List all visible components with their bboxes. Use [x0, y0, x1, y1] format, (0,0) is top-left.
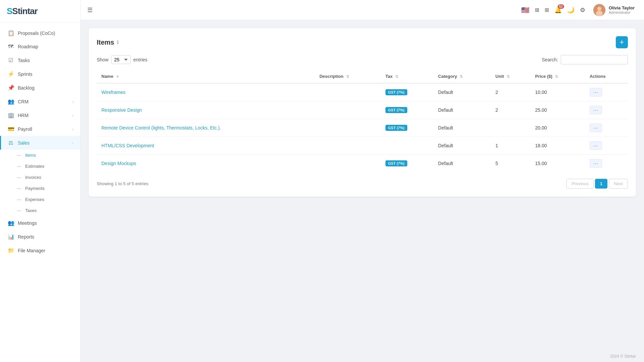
- cell-description: [315, 83, 380, 101]
- item-name-link[interactable]: Responsive Design: [101, 107, 142, 113]
- table-row: Remote Device Control (lights, Thermosta…: [97, 119, 628, 137]
- row-action-button[interactable]: ···: [590, 123, 602, 132]
- layout-icon[interactable]: ⊞: [545, 7, 549, 13]
- cell-tax: GST (7%): [381, 83, 433, 101]
- settings-icon[interactable]: ⚙: [580, 6, 585, 14]
- sidebar-item-items[interactable]: — Items: [0, 150, 80, 161]
- menu-toggle-button[interactable]: ☰: [87, 6, 93, 14]
- cell-description: [315, 119, 380, 137]
- sidebar-item-payments[interactable]: — Payments: [0, 183, 80, 194]
- col-name[interactable]: Name ▼: [97, 70, 315, 83]
- sidebar-item-proposals[interactable]: 📋 Proposals (CoCo): [0, 26, 80, 40]
- sidebar-item-hrm[interactable]: 🏢 HRM ›: [0, 108, 80, 122]
- add-item-button[interactable]: +: [616, 36, 628, 48]
- search-input[interactable]: [561, 55, 628, 64]
- user-name: Olivia Taylor: [609, 5, 635, 10]
- dash-icon: —: [17, 197, 21, 202]
- dash-icon: —: [17, 164, 21, 169]
- sidebar-item-label: Reports: [18, 234, 34, 240]
- sub-nav-label: Invoices: [25, 175, 41, 180]
- cell-category: Default: [433, 155, 491, 172]
- sales-icon: ⚖: [8, 140, 14, 146]
- sidebar-item-label: Sales: [18, 140, 30, 146]
- sidebar-item-roadmap[interactable]: 🗺 Roadmap: [0, 40, 80, 53]
- previous-button[interactable]: Previous: [566, 179, 594, 189]
- item-name-link[interactable]: Wireframes: [101, 90, 126, 95]
- sidebar-item-invoices[interactable]: — Invoices: [0, 172, 80, 183]
- payroll-icon: 💳: [8, 126, 14, 132]
- row-action-button[interactable]: ···: [590, 88, 602, 97]
- page-1-button[interactable]: 1: [595, 179, 607, 189]
- table-body: Wireframes GST (7%) Default 2 10.00 ··· …: [97, 83, 628, 172]
- cell-actions: ···: [585, 155, 628, 172]
- tax-badge: GST (7%): [385, 89, 407, 95]
- table-row: Wireframes GST (7%) Default 2 10.00 ···: [97, 83, 628, 101]
- cell-unit: 2: [491, 101, 531, 119]
- table-row: Responsive Design GST (7%) Default 2 25.…: [97, 101, 628, 119]
- sidebar-item-estimates[interactable]: — Estimates: [0, 161, 80, 172]
- cell-name: Responsive Design: [97, 101, 315, 119]
- tax-badge: GST (7%): [385, 160, 407, 166]
- dark-mode-icon[interactable]: 🌙: [567, 6, 574, 14]
- sub-nav-label: Payments: [25, 186, 45, 191]
- sort-unit-icon: ⇅: [507, 74, 510, 79]
- col-price[interactable]: Price ($) ⇅: [531, 70, 585, 83]
- apps-icon[interactable]: ⊞: [535, 7, 539, 13]
- sidebar-item-sales[interactable]: ⚖ Sales ›: [0, 136, 80, 150]
- sidebar-item-backlog[interactable]: 📌 Backlog: [0, 81, 80, 95]
- svg-point-1: [597, 7, 601, 11]
- sidebar-item-payroll[interactable]: 💳 Payroll ›: [0, 122, 80, 136]
- item-name-link[interactable]: HTML/CSS Development: [101, 143, 154, 148]
- col-category[interactable]: Category ⇅: [433, 70, 491, 83]
- page-title-area: Items ℹ: [97, 39, 119, 46]
- row-action-button[interactable]: ···: [590, 159, 602, 168]
- items-card: Items ℹ + Show 25 10 50 100 entries: [89, 28, 636, 197]
- cell-price: 25.00: [531, 101, 585, 119]
- row-action-button[interactable]: ···: [590, 141, 602, 150]
- sidebar-item-meetings[interactable]: 👥 Meetings: [0, 216, 80, 230]
- crm-icon: 👥: [8, 98, 14, 105]
- search-area: Search:: [542, 55, 628, 64]
- cell-category: Default: [433, 101, 491, 119]
- info-icon[interactable]: ℹ: [117, 39, 119, 45]
- col-unit[interactable]: Unit ⇅: [491, 70, 531, 83]
- entries-select[interactable]: 25 10 50 100: [111, 55, 131, 64]
- sub-nav-label: Estimates: [25, 164, 44, 169]
- sidebar-item-reports[interactable]: 📊 Reports: [0, 230, 80, 244]
- cell-category: Default: [433, 119, 491, 137]
- cell-price: 18.00: [531, 137, 585, 155]
- sidebar-item-label: Backlog: [18, 85, 35, 91]
- sidebar-item-label: Roadmap: [18, 44, 38, 49]
- sidebar-item-label: CRM: [18, 99, 29, 104]
- page-title: Items: [97, 39, 114, 46]
- row-action-button[interactable]: ···: [590, 106, 602, 114]
- cell-price: 20.00: [531, 119, 585, 137]
- sidebar-item-crm[interactable]: 👥 CRM ›: [0, 95, 80, 108]
- avatar: [593, 4, 605, 16]
- sidebar: SStintar 📋 Proposals (CoCo) 🗺 Roadmap ☑ …: [0, 0, 81, 362]
- language-selector[interactable]: 🇺🇸: [521, 6, 530, 14]
- item-name-link[interactable]: Design Mockups: [101, 161, 136, 166]
- item-name-link[interactable]: Remote Device Control (lights, Thermosta…: [101, 125, 221, 131]
- search-label: Search:: [542, 57, 558, 62]
- cell-price: 10.00: [531, 83, 585, 101]
- col-tax[interactable]: Tax ⇅: [381, 70, 433, 83]
- svg-point-2: [596, 11, 603, 16]
- user-profile[interactable]: Olivia Taylor Administrator: [591, 3, 637, 17]
- notification-bell-icon[interactable]: 🔔 52: [554, 6, 562, 14]
- next-button[interactable]: Next: [609, 179, 628, 189]
- sidebar-item-expenses[interactable]: — Expenses: [0, 194, 80, 205]
- crm-arrow-icon: ›: [72, 100, 74, 104]
- sidebar-item-sprints[interactable]: ⚡ Sprints: [0, 67, 80, 81]
- cell-tax: GST (7%): [381, 119, 433, 137]
- reports-icon: 📊: [8, 234, 14, 240]
- col-description[interactable]: Description ⇅: [315, 70, 380, 83]
- meetings-icon: 👥: [8, 220, 14, 226]
- sidebar-item-tasks[interactable]: ☑ Tasks: [0, 53, 80, 67]
- sidebar-item-taxes[interactable]: — Taxes: [0, 205, 80, 216]
- sidebar-item-file-manager[interactable]: 📁 File Manager: [0, 244, 80, 257]
- sidebar-item-label: Tasks: [18, 58, 30, 63]
- cell-name: HTML/CSS Development: [97, 137, 315, 155]
- content-area: Items ℹ + Show 25 10 50 100 entries: [81, 20, 644, 351]
- dash-icon: —: [17, 186, 21, 191]
